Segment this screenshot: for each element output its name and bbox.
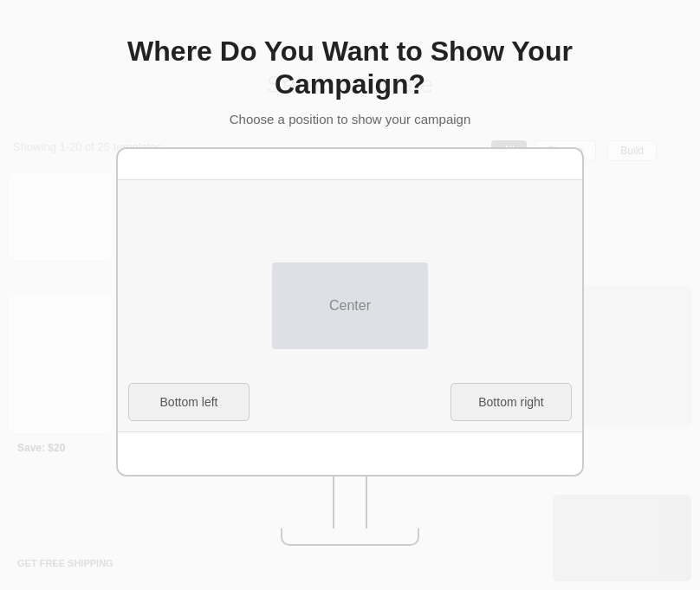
center-position-box[interactable]: Center (272, 263, 428, 349)
monitor-bottom-bar (118, 431, 582, 475)
modal-overlay: Where Do You Want to Show YourCampaign? … (0, 0, 700, 590)
monitor-content: Center Bottom left Bottom right (118, 180, 582, 431)
monitor-stand (116, 477, 584, 546)
bottom-right-button[interactable]: Bottom right (450, 383, 572, 421)
bottom-left-label: Bottom left (160, 395, 218, 409)
bottom-right-label: Bottom right (478, 395, 543, 409)
monitor-screen: Center Bottom left Bottom right (116, 147, 584, 477)
monitor-container: Center Bottom left Bottom right (116, 147, 584, 546)
bottom-left-button[interactable]: Bottom left (128, 383, 250, 421)
monitor-top-bar (118, 149, 582, 180)
center-label: Center (329, 298, 371, 314)
modal-title: Where Do You Want to Show YourCampaign? (127, 35, 573, 101)
stand-neck (333, 477, 367, 528)
stand-base (281, 528, 419, 546)
modal-subtitle: Choose a position to show your campaign (230, 112, 471, 126)
